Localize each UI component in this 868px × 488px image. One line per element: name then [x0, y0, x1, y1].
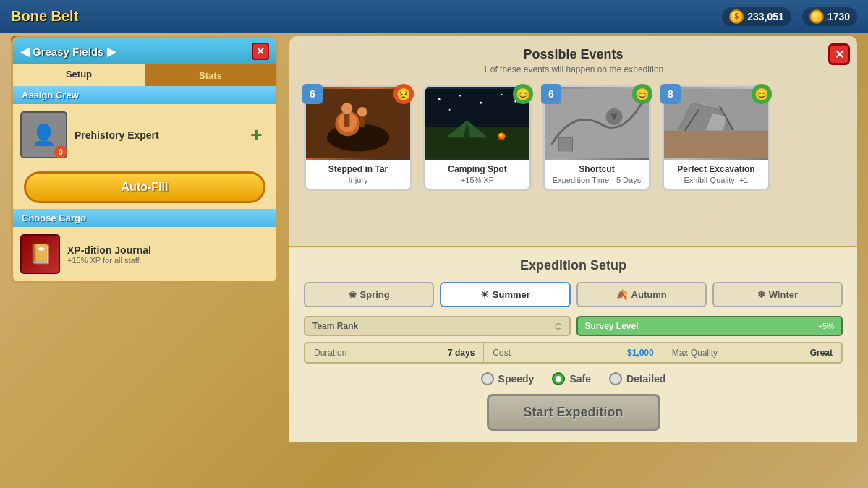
main-close-button[interactable]: ✕ [828, 43, 850, 65]
duration-value: 7 days [448, 348, 475, 358]
svg-point-12 [480, 102, 482, 104]
crew-info: Prehistory Expert [75, 129, 237, 141]
winter-label: Winter [769, 289, 798, 300]
gems-badge: 1730 [802, 7, 857, 26]
location-name: Greasy Fields [33, 46, 103, 58]
main-area: ✕ Possible Events 1 of these events will… [289, 36, 857, 477]
svg-point-13 [501, 94, 503, 95]
duration-item: Duration 7 days [305, 343, 484, 362]
svg-point-15 [449, 109, 451, 111]
event-name-excavation: Perfect Excavation [664, 160, 768, 176]
safe-label: Safe [569, 373, 591, 385]
nav-prev-button[interactable]: ◀ [20, 45, 29, 59]
event-number-shortcut: 6 [541, 84, 561, 104]
spring-label: Spring [360, 289, 390, 300]
team-rank-value: ⬡ [555, 322, 562, 331]
cargo-area: 📔 XP-dition Journal +15% XP for all staf… [13, 227, 276, 281]
svg-point-7 [357, 107, 367, 116]
season-row: ❀ Spring ☀ Summer 🍂 Autumn ❄ Winter [304, 282, 843, 307]
mode-speedy-button[interactable]: Speedy [481, 372, 535, 385]
spring-icon: ❀ [349, 289, 357, 300]
mode-row: Speedy Safe Detailed [304, 372, 843, 385]
autumn-icon: 🍂 [616, 289, 628, 300]
event-face-camping: 😊 [513, 84, 533, 104]
event-card-shortcut[interactable]: 6 😊 Shortcut Expedition Time: -5 Days [542, 85, 651, 191]
gem-amount: 1730 [827, 11, 850, 22]
safe-radio [552, 372, 565, 385]
events-title: Possible Events [304, 47, 843, 62]
add-crew-button[interactable]: + [244, 122, 269, 147]
cargo-name: XP-dition Journal [67, 244, 151, 256]
event-name-camping: Camping Spot [425, 160, 529, 176]
assign-crew-header: Assign Crew [13, 86, 276, 104]
mode-detailed-button[interactable]: Detailed [609, 372, 665, 385]
detailed-label: Detailed [626, 373, 665, 385]
speedy-label: Speedy [498, 373, 535, 385]
resources-bar: $ 233,051 1730 [722, 7, 857, 26]
crew-slot: 👤 0 [20, 111, 67, 158]
gem-icon [809, 9, 824, 24]
season-summer-button[interactable]: ☀ Summer [440, 282, 570, 307]
event-card-camping[interactable]: 😊 [423, 85, 532, 191]
event-card-tar[interactable]: 6 😣 Stepped in Tar Injury [304, 85, 412, 191]
svg-point-5 [341, 103, 352, 114]
coin-amount: 233,051 [747, 11, 784, 22]
speedy-radio [481, 372, 494, 385]
mode-safe-button[interactable]: Safe [552, 372, 591, 385]
start-expedition-button[interactable]: Start Expedition [487, 394, 660, 431]
location-nav: ◀ Greasy Fields ▶ [20, 45, 116, 59]
cost-value: $1,000 [627, 348, 654, 358]
winter-icon: ❄ [757, 289, 765, 300]
event-sublabel-camping: +15% XP [425, 176, 529, 189]
duration-label: Duration [314, 348, 346, 358]
event-sublabel-excavation: Exhibit Quality: +1 [664, 176, 768, 189]
event-face-shortcut: 😊 [632, 84, 652, 104]
cargo-description: +15% XP for all staff. [67, 256, 151, 265]
left-panel: ◀ Greasy Fields ▶ ✕ Setup Stats Assign C… [11, 36, 278, 283]
auto-fill-button[interactable]: Auto-Fill [24, 171, 265, 203]
survey-level-bar: Survey Level +5% [576, 316, 843, 336]
panel-close-button[interactable]: ✕ [252, 43, 269, 60]
survey-level-value: +5% [818, 322, 834, 330]
coin-icon: $ [729, 9, 744, 24]
stats-row: Team Rank ⬡ Survey Level +5% [304, 316, 843, 336]
coins-badge: $ 233,051 [722, 7, 791, 26]
setup-title: Expedition Setup [304, 258, 843, 273]
season-autumn-button[interactable]: 🍂 Autumn [576, 282, 707, 307]
event-name-shortcut: Shortcut [545, 160, 649, 176]
survey-level-label: Survey Level [585, 321, 639, 331]
event-number-excavation: 8 [660, 84, 681, 104]
crew-badge: 0 [54, 145, 67, 158]
cargo-info: XP-dition Journal +15% XP for all staff. [67, 244, 151, 265]
max-quality-value: Great [810, 348, 833, 358]
event-sublabel-shortcut: Expedition Time: -5 Days [545, 176, 649, 189]
event-number-tar: 6 [302, 84, 323, 104]
events-subtitle: 1 of these events will happen on the exp… [304, 64, 843, 74]
svg-point-11 [459, 95, 461, 97]
tab-stats[interactable]: Stats [145, 64, 276, 86]
cost-label: Cost [493, 348, 511, 358]
nav-next-button[interactable]: ▶ [107, 45, 116, 59]
details-row: Duration 7 days Cost $1,000 Max Quality … [304, 342, 843, 364]
season-winter-button[interactable]: ❄ Winter [712, 282, 843, 307]
event-name-tar: Stepped in Tar [306, 160, 410, 176]
crew-area: 👤 0 Prehistory Expert + [13, 104, 276, 166]
summer-label: Summer [493, 289, 530, 300]
panel-tabs: Setup Stats [13, 64, 276, 86]
game-title: Bone Belt [11, 8, 78, 25]
team-rank-label: Team Rank [312, 321, 358, 331]
svg-point-20 [499, 133, 502, 136]
max-quality-label: Max Quality [672, 348, 718, 358]
crew-avatar: 👤 [31, 123, 56, 147]
events-panel: Possible Events 1 of these events will h… [289, 36, 857, 246]
setup-panel: Expedition Setup ❀ Spring ☀ Summer 🍂 Aut… [289, 246, 857, 442]
detailed-radio [609, 372, 622, 385]
crew-name: Prehistory Expert [75, 129, 237, 141]
event-face-tar: 😣 [393, 84, 414, 104]
event-card-excavation[interactable]: 8 😊 Perfect Excavation Exhibit Quality: … [662, 85, 770, 191]
svg-point-10 [438, 98, 441, 100]
season-spring-button[interactable]: ❀ Spring [304, 282, 434, 307]
top-bar: Bone Belt $ 233,051 1730 [0, 0, 868, 33]
max-quality-item: Max Quality Great [663, 343, 841, 362]
tab-setup[interactable]: Setup [13, 64, 145, 86]
